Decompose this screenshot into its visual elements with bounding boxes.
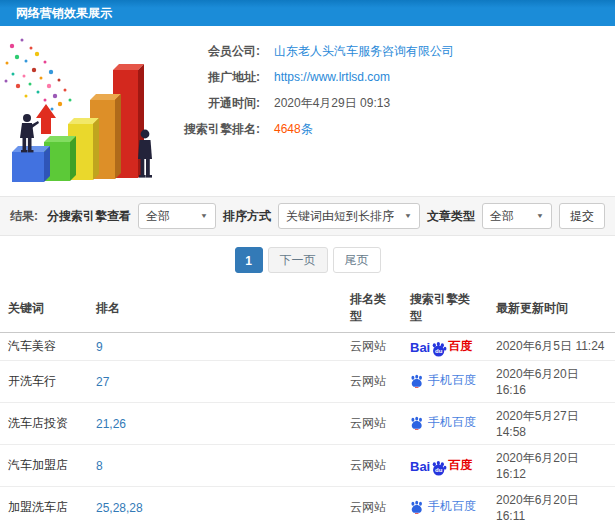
svg-text:du: du (435, 348, 443, 354)
result-label: 结果: (10, 208, 38, 225)
table-row: 汽车美容 9 云网站 Bai du 百度 2 (0, 333, 615, 361)
info-section: 会员公司: 山东老人头汽车服务咨询有限公司 推广地址: https://www.… (0, 26, 615, 196)
engine-cell: Bai du 百度 (402, 445, 488, 487)
baidu-logo: Bai du 百度 (410, 457, 472, 474)
baidu-logo: Bai du 百度 (410, 338, 472, 355)
mobile-baidu-paw-icon (410, 416, 424, 430)
engine-view-select[interactable]: 全部 ▼ (138, 203, 216, 229)
table-header-row: 关键词 排名 排名类型 搜索引擎类型 最新更新时间 (0, 283, 615, 333)
baidu-paw-icon: du (431, 341, 447, 357)
mobile-baidu-badge: 手机百度 (410, 414, 476, 431)
account-info: 会员公司: 山东老人头汽车服务咨询有限公司 推广地址: https://www.… (168, 38, 454, 142)
svg-text:du: du (435, 467, 443, 473)
table-row: 开洗车行 27 云网站 手机百度 2020年6月20日 16:16 (0, 361, 615, 403)
rank-cell[interactable]: 21,26 (88, 403, 342, 445)
table-row: 洗车店投资 21,26 云网站 手机百度 2020年5月27日 14:58 (0, 403, 615, 445)
rank-cell[interactable]: 9 (88, 333, 342, 361)
page-number-current[interactable]: 1 (235, 247, 263, 273)
col-header-engine-type: 搜索引擎类型 (402, 283, 488, 333)
rank-type-cell: 云网站 (342, 445, 402, 487)
filter-bar: 结果: 分搜索引擎查看 全部 ▼ 排序方式 关键词由短到长排序 ▼ 文章类型 全… (0, 196, 615, 236)
keyword-cell: 汽车美容 (0, 333, 88, 361)
mobile-baidu-badge: 手机百度 (410, 372, 476, 389)
rank-type-cell: 云网站 (342, 403, 402, 445)
open-time-label: 开通时间: (168, 95, 260, 112)
rank-type-cell: 云网站 (342, 361, 402, 403)
col-header-updated: 最新更新时间 (488, 283, 615, 333)
updated-cell: 2020年6月20日 16:12 (488, 445, 615, 487)
rank-cell[interactable]: 8 (88, 445, 342, 487)
engine-cell: Bai du 百度 (402, 333, 488, 361)
rank-cell[interactable]: 27 (88, 361, 342, 403)
table-row: 加盟洗车店 25,28,28 云网站 手机百度 2020年6月20日 16:11 (0, 487, 615, 520)
filter-controls: 分搜索引擎查看 全部 ▼ 排序方式 关键词由短到长排序 ▼ 文章类型 全部 ▼ … (47, 203, 605, 229)
updated-cell: 2020年6月20日 16:16 (488, 361, 615, 403)
engine-rank-row: 搜索引擎排名: 4648条 (168, 116, 454, 142)
table-row: 汽车加盟店 8 云网站 Bai du 百度 (0, 445, 615, 487)
engine-view-label: 分搜索引擎查看 (47, 208, 131, 225)
chevron-down-icon: ▼ (200, 212, 208, 219)
keyword-cell: 洗车店投资 (0, 403, 88, 445)
promo-url-label: 推广地址: (168, 69, 260, 86)
results-table-body: 汽车美容 9 云网站 Bai du 百度 2 (0, 333, 615, 520)
company-row: 会员公司: 山东老人头汽车服务咨询有限公司 (168, 38, 454, 64)
company-link[interactable]: 山东老人头汽车服务咨询有限公司 (274, 43, 454, 60)
page-header: 网络营销效果展示 (0, 0, 615, 26)
keyword-cell: 加盟洗车店 (0, 487, 88, 520)
keyword-cell: 汽车加盟店 (0, 445, 88, 487)
rank-count: 4648 (274, 122, 301, 136)
article-type-label: 文章类型 (427, 208, 475, 225)
sort-selected: 关键词由短到长排序 (286, 208, 394, 225)
pagination: 1 下一页 尾页 (0, 247, 615, 273)
rank-unit: 条 (301, 122, 313, 136)
rank-cell[interactable]: 25,28,28 (88, 487, 342, 520)
rank-type-cell: 云网站 (342, 487, 402, 520)
col-header-keyword: 关键词 (0, 283, 88, 333)
promo-url-link[interactable]: https://www.lrtlsd.com (274, 70, 390, 84)
mobile-baidu-badge: 手机百度 (410, 498, 476, 515)
confetti-dots (5, 39, 72, 111)
company-label: 会员公司: (168, 43, 260, 60)
col-header-rank: 排名 (88, 283, 342, 333)
mobile-baidu-paw-icon (410, 500, 424, 514)
sort-select[interactable]: 关键词由短到长排序 ▼ (278, 203, 420, 229)
updated-cell: 2020年6月5日 11:24 (488, 333, 615, 361)
page-title: 网络营销效果展示 (16, 6, 112, 20)
open-time-row: 开通时间: 2020年4月29日 09:13 (168, 90, 454, 116)
submit-button[interactable]: 提交 (559, 203, 605, 229)
engine-cell: 手机百度 (402, 403, 488, 445)
article-type-selected: 全部 (490, 208, 514, 225)
article-type-select[interactable]: 全部 ▼ (482, 203, 552, 229)
page: 网络营销效果展示 (0, 0, 615, 520)
engine-view-selected: 全部 (146, 208, 170, 225)
updated-cell: 2020年6月20日 16:11 (488, 487, 615, 520)
open-time-value: 2020年4月29日 09:13 (274, 95, 390, 112)
mobile-baidu-paw-icon (410, 374, 424, 388)
sort-label: 排序方式 (223, 208, 271, 225)
growth-chart-illustration (0, 30, 160, 188)
chevron-down-icon: ▼ (404, 212, 412, 219)
keyword-cell: 开洗车行 (0, 361, 88, 403)
promo-url-row: 推广地址: https://www.lrtlsd.com (168, 64, 454, 90)
rank-type-cell: 云网站 (342, 333, 402, 361)
last-page-button[interactable]: 尾页 (333, 247, 381, 273)
col-header-rank-type: 排名类型 (342, 283, 402, 333)
results-table: 关键词 排名 排名类型 搜索引擎类型 最新更新时间 汽车美容 9 云网站 Bai (0, 283, 615, 520)
updated-cell: 2020年5月27日 14:58 (488, 403, 615, 445)
baidu-paw-icon: du (431, 460, 447, 476)
engine-rank-label: 搜索引擎排名: (168, 121, 260, 138)
growth-chart-svg (0, 30, 160, 188)
chevron-down-icon: ▼ (536, 212, 544, 219)
next-page-button[interactable]: 下一页 (268, 247, 328, 273)
engine-cell: 手机百度 (402, 361, 488, 403)
engine-cell: 手机百度 (402, 487, 488, 520)
engine-rank-value: 4648条 (274, 121, 313, 138)
